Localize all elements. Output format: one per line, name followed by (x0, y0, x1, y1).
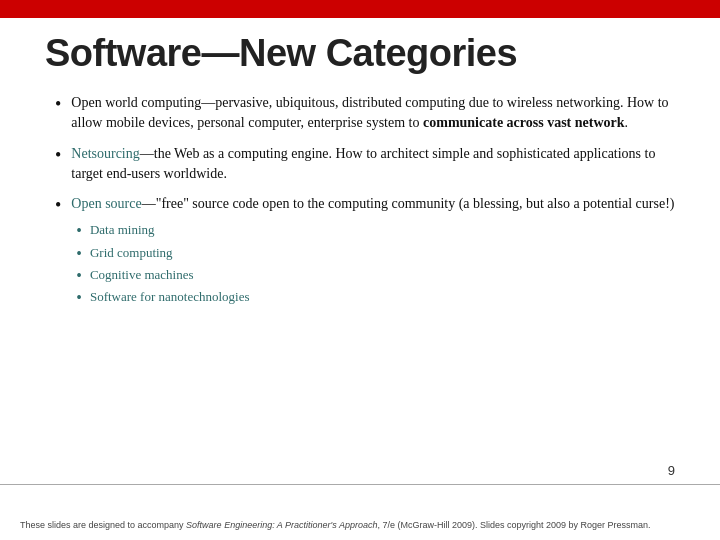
slide-container: Software—New Categories • Open world com… (0, 0, 720, 540)
bullet-icon: • (55, 195, 61, 217)
sub-bullet-icon: • (76, 288, 82, 307)
bullet3-body: —"free" source code open to the computin… (142, 196, 675, 211)
bullet2-text: Netsourcing—the Web as a computing engin… (71, 144, 675, 185)
bullet1-prefix: Open world computing (71, 95, 201, 110)
sub-bullet-list: • Data mining • Grid computing • Cogniti… (71, 220, 675, 307)
sub-bullet-icon: • (76, 266, 82, 285)
sub-bullet-label: Data mining (90, 220, 155, 240)
title-area: Software—New Categories (45, 32, 675, 75)
list-item: • Cognitive machines (76, 265, 675, 285)
list-item: • Software for nanotechnologies (76, 287, 675, 307)
bullet-list: • Open world computing—pervasive, ubiqui… (55, 93, 675, 309)
red-bar (0, 0, 720, 18)
bullet1-bold: communicate across vast network (423, 115, 625, 130)
bullet3-text: Open source—"free" source code open to t… (71, 194, 675, 309)
bullet1-suffix: . (625, 115, 629, 130)
sub-bullet-label: Software for nanotechnologies (90, 287, 250, 307)
footer-divider (0, 484, 720, 485)
sub-bullet-icon: • (76, 244, 82, 263)
list-item: • Netsourcing—the Web as a computing eng… (55, 144, 675, 185)
slide-title: Software—New Categories (45, 32, 675, 75)
bullet2-prefix: Netsourcing (71, 146, 139, 161)
sub-bullet-label: Cognitive machines (90, 265, 194, 285)
list-item: • Open world computing—pervasive, ubiqui… (55, 93, 675, 134)
bullet1-text: Open world computing—pervasive, ubiquito… (71, 93, 675, 134)
content-area: • Open world computing—pervasive, ubiqui… (45, 93, 675, 480)
list-item: • Open source—"free" source code open to… (55, 194, 675, 309)
sub-bullet-label: Grid computing (90, 243, 173, 263)
bullet3-prefix: Open source (71, 196, 141, 211)
page-number: 9 (668, 463, 675, 478)
bullet2-body: —the Web as a computing engine. How to a… (71, 146, 655, 181)
bullet-icon: • (55, 145, 61, 167)
sub-bullet-icon: • (76, 221, 82, 240)
list-item: • Grid computing (76, 243, 675, 263)
footer-text: These slides are designed to accompany S… (20, 519, 700, 532)
list-item: • Data mining (76, 220, 675, 240)
bullet-icon: • (55, 94, 61, 116)
